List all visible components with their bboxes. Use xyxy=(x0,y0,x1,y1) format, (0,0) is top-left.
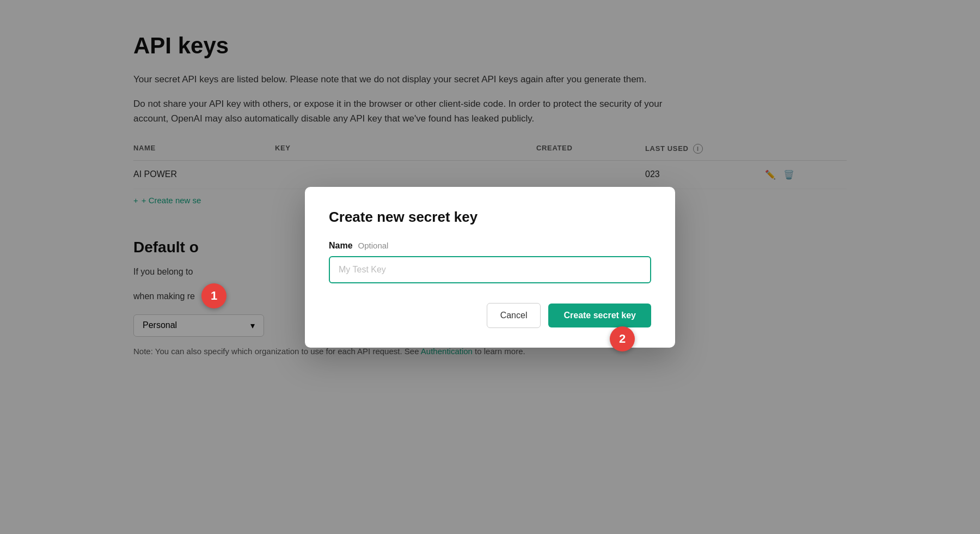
annotation-badge-2: 2 xyxy=(610,326,635,351)
optional-label: Optional xyxy=(358,241,389,250)
modal-overlay: Create new secret key Name Optional Canc… xyxy=(0,0,980,534)
key-name-input[interactable] xyxy=(329,256,651,283)
create-secret-key-button[interactable]: Create secret key xyxy=(548,304,651,327)
name-label: Name xyxy=(329,241,353,251)
cancel-button[interactable]: Cancel xyxy=(487,303,541,328)
modal-title: Create new secret key xyxy=(329,209,651,226)
modal-actions: Cancel Create secret key xyxy=(329,303,651,328)
create-secret-key-modal: Create new secret key Name Optional Canc… xyxy=(305,187,675,348)
field-label-row: Name Optional xyxy=(329,241,651,251)
annotation-badge-1: 1 xyxy=(201,283,226,308)
